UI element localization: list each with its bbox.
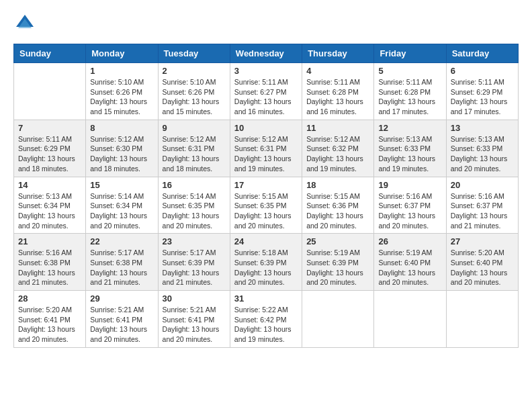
- day-info: Sunrise: 5:19 AM Sunset: 6:40 PM Dayligh…: [378, 248, 441, 287]
- calendar-cell: [374, 291, 446, 348]
- day-info: Sunrise: 5:11 AM Sunset: 6:29 PM Dayligh…: [451, 77, 514, 117]
- calendar-cell: 18Sunrise: 5:15 AM Sunset: 6:36 PM Dayli…: [302, 177, 374, 234]
- day-info: Sunrise: 5:11 AM Sunset: 6:28 PM Dayligh…: [378, 77, 441, 117]
- calendar-cell: 19Sunrise: 5:16 AM Sunset: 6:37 PM Dayli…: [374, 177, 446, 234]
- day-number: 28: [18, 293, 81, 304]
- day-number: 29: [90, 293, 153, 304]
- day-number: 15: [90, 180, 153, 190]
- calendar-week-row: 1Sunrise: 5:10 AM Sunset: 6:26 PM Daylig…: [14, 63, 519, 120]
- day-number: 27: [451, 236, 514, 246]
- day-info: Sunrise: 5:13 AM Sunset: 6:33 PM Dayligh…: [451, 134, 514, 174]
- day-number: 14: [18, 180, 81, 190]
- calendar-week-row: 21Sunrise: 5:16 AM Sunset: 6:38 PM Dayli…: [14, 234, 519, 291]
- calendar-cell: 5Sunrise: 5:11 AM Sunset: 6:28 PM Daylig…: [374, 63, 446, 120]
- calendar-cell: 30Sunrise: 5:21 AM Sunset: 6:41 PM Dayli…: [158, 291, 230, 348]
- day-info: Sunrise: 5:10 AM Sunset: 6:26 PM Dayligh…: [163, 77, 226, 117]
- calendar-header-friday: Friday: [374, 44, 446, 63]
- calendar-cell: 1Sunrise: 5:10 AM Sunset: 6:26 PM Daylig…: [86, 63, 158, 120]
- day-number: 30: [163, 293, 226, 304]
- calendar-cell: 31Sunrise: 5:22 AM Sunset: 6:42 PM Dayli…: [230, 291, 302, 348]
- calendar-cell: 14Sunrise: 5:13 AM Sunset: 6:34 PM Dayli…: [14, 177, 86, 234]
- logo-icon: [15, 13, 35, 34]
- day-number: 8: [90, 123, 153, 133]
- calendar-cell: 20Sunrise: 5:16 AM Sunset: 6:37 PM Dayli…: [446, 177, 518, 234]
- logo: [13, 13, 35, 37]
- day-info: Sunrise: 5:10 AM Sunset: 6:26 PM Dayligh…: [90, 77, 153, 117]
- calendar-header-saturday: Saturday: [446, 44, 518, 63]
- calendar-cell: 12Sunrise: 5:13 AM Sunset: 6:33 PM Dayli…: [374, 120, 446, 177]
- day-info: Sunrise: 5:14 AM Sunset: 6:35 PM Dayligh…: [163, 191, 226, 231]
- calendar-cell: 10Sunrise: 5:12 AM Sunset: 6:31 PM Dayli…: [230, 120, 302, 177]
- day-number: 6: [451, 66, 514, 76]
- day-info: Sunrise: 5:12 AM Sunset: 6:31 PM Dayligh…: [163, 134, 226, 174]
- calendar-cell: 4Sunrise: 5:11 AM Sunset: 6:28 PM Daylig…: [302, 63, 374, 120]
- calendar-cell: 23Sunrise: 5:17 AM Sunset: 6:39 PM Dayli…: [158, 234, 230, 291]
- calendar-header-sunday: Sunday: [14, 44, 86, 63]
- calendar-cell: 26Sunrise: 5:19 AM Sunset: 6:40 PM Dayli…: [374, 234, 446, 291]
- day-info: Sunrise: 5:11 AM Sunset: 6:28 PM Dayligh…: [306, 77, 369, 117]
- day-info: Sunrise: 5:11 AM Sunset: 6:29 PM Dayligh…: [18, 134, 81, 174]
- day-info: Sunrise: 5:16 AM Sunset: 6:38 PM Dayligh…: [18, 248, 81, 287]
- day-number: 22: [90, 236, 153, 246]
- day-number: 5: [378, 66, 441, 76]
- day-info: Sunrise: 5:21 AM Sunset: 6:41 PM Dayligh…: [90, 305, 153, 345]
- page-header: [13, 13, 519, 37]
- day-number: 18: [306, 180, 369, 190]
- calendar-cell: [302, 291, 374, 348]
- calendar-cell: 8Sunrise: 5:12 AM Sunset: 6:30 PM Daylig…: [86, 120, 158, 177]
- calendar-cell: 13Sunrise: 5:13 AM Sunset: 6:33 PM Dayli…: [446, 120, 518, 177]
- calendar-header-wednesday: Wednesday: [230, 44, 302, 63]
- day-number: 26: [378, 236, 441, 246]
- calendar-cell: 24Sunrise: 5:18 AM Sunset: 6:39 PM Dayli…: [230, 234, 302, 291]
- day-number: 19: [378, 180, 441, 190]
- calendar-header-thursday: Thursday: [302, 44, 374, 63]
- day-number: 16: [163, 180, 226, 190]
- day-number: 4: [306, 66, 369, 76]
- day-info: Sunrise: 5:19 AM Sunset: 6:39 PM Dayligh…: [306, 248, 369, 287]
- calendar-table: SundayMondayTuesdayWednesdayThursdayFrid…: [13, 44, 519, 348]
- day-info: Sunrise: 5:20 AM Sunset: 6:41 PM Dayligh…: [18, 305, 81, 345]
- day-number: 24: [234, 236, 298, 246]
- day-number: 7: [18, 123, 81, 133]
- day-number: 12: [378, 123, 441, 133]
- calendar-cell: 15Sunrise: 5:14 AM Sunset: 6:34 PM Dayli…: [86, 177, 158, 234]
- day-number: 31: [234, 293, 298, 304]
- day-info: Sunrise: 5:17 AM Sunset: 6:38 PM Dayligh…: [90, 248, 153, 287]
- calendar-cell: 6Sunrise: 5:11 AM Sunset: 6:29 PM Daylig…: [446, 63, 518, 120]
- calendar-week-row: 14Sunrise: 5:13 AM Sunset: 6:34 PM Dayli…: [14, 177, 519, 234]
- day-number: 10: [234, 123, 298, 133]
- calendar-cell: 2Sunrise: 5:10 AM Sunset: 6:26 PM Daylig…: [158, 63, 230, 120]
- calendar-cell: 11Sunrise: 5:12 AM Sunset: 6:32 PM Dayli…: [302, 120, 374, 177]
- day-info: Sunrise: 5:20 AM Sunset: 6:40 PM Dayligh…: [451, 248, 514, 287]
- day-number: 20: [451, 180, 514, 190]
- calendar-cell: 3Sunrise: 5:11 AM Sunset: 6:27 PM Daylig…: [230, 63, 302, 120]
- calendar-cell: [446, 291, 518, 348]
- calendar-header-tuesday: Tuesday: [158, 44, 230, 63]
- day-info: Sunrise: 5:12 AM Sunset: 6:30 PM Dayligh…: [90, 134, 153, 174]
- day-info: Sunrise: 5:16 AM Sunset: 6:37 PM Dayligh…: [451, 191, 514, 231]
- day-number: 3: [234, 66, 298, 76]
- calendar-cell: 25Sunrise: 5:19 AM Sunset: 6:39 PM Dayli…: [302, 234, 374, 291]
- calendar-week-row: 7Sunrise: 5:11 AM Sunset: 6:29 PM Daylig…: [14, 120, 519, 177]
- day-info: Sunrise: 5:18 AM Sunset: 6:39 PM Dayligh…: [234, 248, 298, 287]
- day-info: Sunrise: 5:16 AM Sunset: 6:37 PM Dayligh…: [378, 191, 441, 231]
- day-number: 9: [163, 123, 226, 133]
- calendar-cell: 17Sunrise: 5:15 AM Sunset: 6:35 PM Dayli…: [230, 177, 302, 234]
- day-number: 1: [90, 66, 153, 76]
- day-info: Sunrise: 5:22 AM Sunset: 6:42 PM Dayligh…: [234, 305, 298, 345]
- day-number: 23: [163, 236, 226, 246]
- calendar-cell: 21Sunrise: 5:16 AM Sunset: 6:38 PM Dayli…: [14, 234, 86, 291]
- day-info: Sunrise: 5:15 AM Sunset: 6:35 PM Dayligh…: [234, 191, 298, 231]
- day-number: 17: [234, 180, 298, 190]
- calendar-cell: 22Sunrise: 5:17 AM Sunset: 6:38 PM Dayli…: [86, 234, 158, 291]
- calendar-cell: [14, 63, 86, 120]
- calendar-cell: 28Sunrise: 5:20 AM Sunset: 6:41 PM Dayli…: [14, 291, 86, 348]
- day-number: 2: [163, 66, 226, 76]
- calendar-header-row: SundayMondayTuesdayWednesdayThursdayFrid…: [14, 44, 519, 63]
- day-info: Sunrise: 5:17 AM Sunset: 6:39 PM Dayligh…: [163, 248, 226, 287]
- calendar-cell: 7Sunrise: 5:11 AM Sunset: 6:29 PM Daylig…: [14, 120, 86, 177]
- calendar-week-row: 28Sunrise: 5:20 AM Sunset: 6:41 PM Dayli…: [14, 291, 519, 348]
- calendar-cell: 9Sunrise: 5:12 AM Sunset: 6:31 PM Daylig…: [158, 120, 230, 177]
- calendar-cell: 27Sunrise: 5:20 AM Sunset: 6:40 PM Dayli…: [446, 234, 518, 291]
- day-info: Sunrise: 5:13 AM Sunset: 6:33 PM Dayligh…: [378, 134, 441, 174]
